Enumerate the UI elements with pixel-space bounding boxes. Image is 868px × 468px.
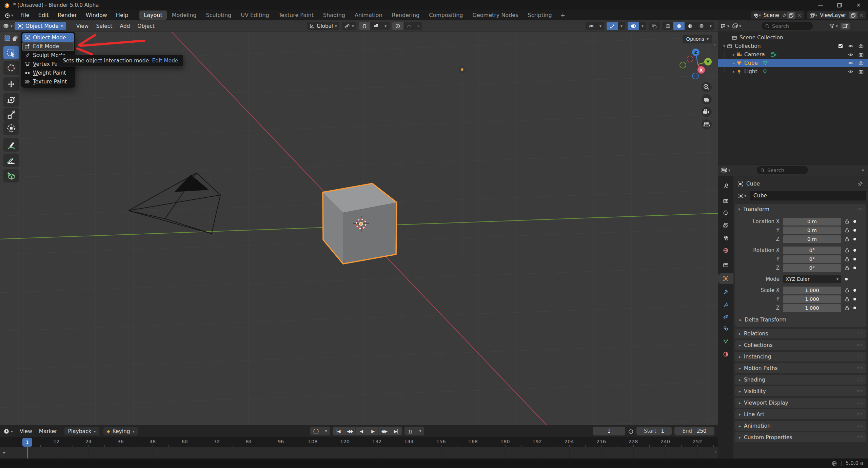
panel-visibility[interactable]: ▸Visibility∷∷ — [735, 386, 866, 396]
transform-value-field[interactable]: 0 m — [783, 218, 841, 226]
drag-grip-icon[interactable]: ∷∷ — [857, 412, 862, 416]
drag-grip-icon[interactable]: ∷∷ — [857, 401, 862, 405]
mode-item-texture-paint[interactable]: Texture Paint — [22, 77, 74, 86]
panel-instancing[interactable]: ▸Instancing∷∷ — [735, 352, 866, 362]
properties-editor-selector[interactable]: ▾ — [721, 167, 730, 173]
animate-dot[interactable] — [853, 238, 856, 240]
animate-dot[interactable] — [853, 220, 856, 223]
animate-dot[interactable] — [853, 267, 856, 269]
new-scene-button[interactable] — [787, 12, 795, 19]
editor-type-selector[interactable]: ▾ — [3, 23, 13, 29]
outliner-search[interactable] — [762, 22, 813, 30]
eye-icon[interactable] — [848, 43, 854, 49]
shading-wireframe-button[interactable] — [662, 22, 673, 30]
tab-modeling[interactable]: Modeling — [167, 11, 201, 20]
eye-icon[interactable] — [848, 52, 854, 57]
lock-open-icon[interactable] — [844, 228, 850, 233]
add-workspace-button[interactable]: + — [557, 11, 569, 19]
mode-item-weight-paint[interactable]: Weight Paint — [22, 69, 74, 77]
tab-compositing[interactable]: Compositing — [425, 11, 467, 20]
menu-window[interactable]: Window — [82, 11, 111, 19]
shading-material-button[interactable] — [685, 22, 696, 30]
menu-render[interactable]: Render — [54, 11, 81, 19]
camera-toggle-icon[interactable] — [858, 60, 864, 66]
camera-toggle-icon[interactable] — [858, 69, 864, 74]
panel-relations[interactable]: ▸Relations∷∷ — [735, 329, 866, 338]
tool-scale[interactable] — [3, 108, 19, 121]
drag-grip-icon[interactable]: ∷∷ — [857, 343, 862, 347]
tab-layout[interactable]: Layout — [139, 11, 166, 20]
chevron-right-icon[interactable]: ▸ — [731, 61, 736, 65]
properties-tab-material[interactable] — [718, 349, 733, 359]
new-collection-button[interactable] — [841, 23, 850, 30]
scene-selector[interactable]: ▾ Scene ✕ — [751, 11, 804, 19]
tool-add-cube[interactable] — [3, 169, 19, 182]
viewport-menu-view[interactable]: View — [73, 22, 92, 30]
properties-tab-viewlayer[interactable] — [718, 220, 733, 231]
properties-tab-collection[interactable] — [718, 260, 733, 270]
panel-animation[interactable]: ▸Animation∷∷ — [735, 421, 866, 431]
timeline-ruler[interactable]: 1 12243648607284961081201321441561681801… — [0, 437, 718, 447]
tool-transform[interactable] — [3, 121, 19, 135]
transform-value-field[interactable]: 1.000 — [783, 287, 841, 294]
menu-edit[interactable]: Edit — [35, 11, 53, 19]
sync-chevron[interactable]: ▾ — [416, 427, 424, 435]
animate-dot[interactable] — [853, 289, 856, 292]
tool-select-box[interactable] — [3, 46, 19, 59]
jump-to-end-button[interactable]: ▶| — [390, 427, 402, 435]
lock-open-icon[interactable] — [844, 288, 850, 293]
outliner-filter[interactable]: ▾ — [829, 23, 838, 29]
properties-tab-modifiers[interactable] — [718, 287, 733, 297]
tab-geometry-nodes[interactable]: Geometry Nodes — [468, 11, 523, 20]
shading-rendered-button[interactable] — [696, 22, 707, 30]
properties-tab-data[interactable] — [718, 336, 733, 347]
show-object-types-dropdown[interactable] — [586, 22, 597, 30]
drag-grip-icon[interactable]: ∷∷ — [857, 435, 862, 440]
outliner-editor-selector[interactable]: ▾ — [720, 23, 729, 29]
falloff-dropdown[interactable] — [403, 22, 415, 30]
transform-value-field[interactable]: 0° — [783, 247, 841, 254]
timeline-menu-marker[interactable]: Marker — [36, 427, 61, 435]
camera-toggle-icon[interactable] — [858, 43, 864, 49]
auto-keying-chevron[interactable]: ▾ — [322, 427, 330, 435]
panel-collections[interactable]: ▸Collections∷∷ — [735, 340, 866, 350]
tool-measure[interactable] — [3, 154, 19, 167]
drag-grip-icon[interactable]: ∷∷ — [857, 389, 862, 393]
menu-help[interactable]: Help — [112, 11, 132, 19]
frame-start-field[interactable]: Start 1 — [636, 427, 672, 435]
maximize-button[interactable] — [830, 0, 849, 10]
snap-options-chevron[interactable]: ▾ — [381, 22, 390, 30]
remove-viewlayer-button[interactable]: ✕ — [857, 12, 865, 19]
viewport-canvas[interactable]: Z Y X — [0, 32, 718, 425]
drag-grip-icon[interactable]: ∷∷ — [857, 366, 862, 370]
transform-value-field[interactable]: 1.000 — [783, 295, 841, 303]
tab-sculpting[interactable]: Sculpting — [202, 11, 236, 20]
play-reverse-button[interactable]: ◀ — [356, 427, 367, 435]
chevron-right-icon[interactable]: ▸ — [731, 69, 736, 74]
menu-file[interactable]: File — [17, 11, 33, 19]
outliner-display-mode[interactable]: ▾ — [732, 23, 741, 29]
tool-cursor[interactable] — [3, 61, 19, 75]
select-extend-mode-icon[interactable] — [12, 35, 18, 41]
tab-scripting[interactable]: Scripting — [524, 11, 556, 20]
transform-value-field[interactable]: XYZ Euler▾ — [783, 275, 841, 283]
keying-dropdown[interactable]: ◆ Keying ▾ — [103, 427, 138, 435]
stopwatch-icon[interactable] — [628, 428, 634, 434]
mode-item-object-mode[interactable]: Object Mode — [22, 33, 74, 42]
tool-rotate[interactable] — [3, 93, 19, 107]
snap-toggle[interactable] — [359, 22, 370, 30]
object-type-dropdown[interactable]: ▾ — [735, 191, 750, 200]
properties-tab-constraints[interactable] — [718, 323, 733, 334]
lock-open-icon[interactable] — [844, 256, 850, 262]
current-frame-field[interactable]: 1 — [593, 427, 625, 435]
transform-value-field[interactable]: 0° — [783, 255, 841, 263]
lock-open-icon[interactable] — [844, 219, 850, 224]
viewport-menu-select[interactable]: Select — [93, 22, 116, 30]
current-frame-marker[interactable]: 1 — [22, 438, 32, 447]
close-button[interactable]: × — [849, 0, 868, 10]
select-box-mode-icon[interactable] — [4, 35, 11, 41]
next-keyframe-button[interactable]: ◆▶ — [379, 427, 390, 435]
delta-transform-panel[interactable]: ▸ Delta Transform — [735, 315, 866, 324]
pivot-point-dropdown[interactable]: ▾ — [342, 22, 356, 30]
animate-dot[interactable] — [845, 278, 848, 280]
